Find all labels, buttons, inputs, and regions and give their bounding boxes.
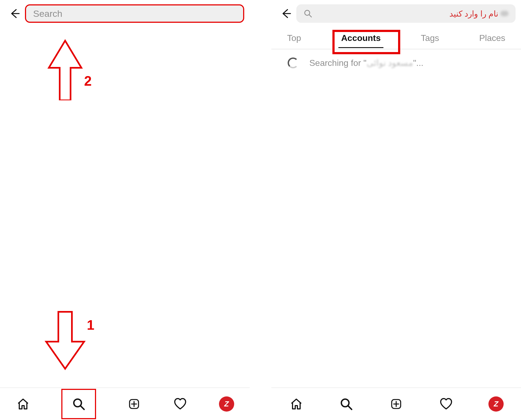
search-icon [72, 397, 85, 411]
annotation-arrow-up: 2 [41, 38, 90, 100]
heart-icon [440, 397, 453, 411]
back-button[interactable] [8, 7, 21, 20]
profile-badge-letter: Z [494, 400, 498, 408]
search-input[interactable]: Search [25, 4, 244, 23]
profile-badge-letter: Z [224, 400, 229, 408]
bottom-nav: Z [271, 387, 521, 420]
nav-activity[interactable] [172, 396, 188, 412]
searching-suffix: "... [413, 58, 423, 68]
nav-profile[interactable]: Z [218, 396, 235, 412]
phone-screen-right: نام را وارد کنید Top Accounts Tags Place… [271, 0, 521, 420]
add-post-icon [390, 398, 402, 410]
searching-text: Searching for "مسعود نوائی"... [309, 58, 424, 68]
home-icon [290, 397, 303, 411]
nav-home[interactable] [15, 396, 31, 412]
profile-badge-icon: Z [488, 396, 504, 412]
search-icon [303, 9, 313, 18]
annotation-arrow-down: 1 [38, 309, 92, 371]
searching-query-blurred: مسعود نوائی [367, 58, 413, 68]
profile-badge-icon: Z [219, 396, 234, 412]
heart-icon [174, 397, 187, 411]
nav-search-highlight [61, 389, 96, 419]
nav-search[interactable] [338, 396, 354, 412]
nav-add[interactable] [388, 396, 404, 412]
nav-home[interactable] [288, 396, 304, 412]
searching-row: Searching for "مسعود نوائی"... [271, 49, 521, 76]
add-post-icon [128, 398, 140, 410]
back-arrow-icon [9, 8, 21, 20]
search-row: نام را وارد کنید [271, 0, 521, 27]
search-placeholder: Search [33, 8, 62, 19]
search-input[interactable]: نام را وارد کنید [296, 4, 516, 23]
tab-places[interactable]: Places [474, 30, 510, 46]
searching-prefix: Searching for " [309, 58, 367, 68]
arrow-down-icon [38, 309, 92, 371]
search-placeholder-fa: نام را وارد کنید [449, 9, 498, 18]
nav-search[interactable] [71, 396, 87, 412]
bottom-nav: Z [0, 387, 250, 420]
tab-tags[interactable]: Tags [416, 30, 444, 46]
search-icon [340, 397, 353, 411]
blurred-text [500, 11, 509, 16]
tab-top[interactable]: Top [282, 30, 306, 46]
annotation-label-1: 1 [87, 317, 94, 333]
annotation-label-2: 2 [84, 73, 92, 89]
nav-activity[interactable] [438, 396, 454, 412]
spinner-icon [288, 57, 298, 68]
nav-add[interactable] [126, 396, 142, 412]
nav-profile[interactable]: Z [488, 396, 504, 412]
back-arrow-icon [280, 8, 292, 20]
phone-screen-left: Search 2 1 [0, 0, 250, 420]
arrow-up-icon [41, 38, 90, 100]
back-button[interactable] [279, 7, 293, 20]
search-row: Search [0, 0, 250, 27]
home-icon [17, 397, 30, 411]
search-tabs: Top Accounts Tags Places [271, 27, 521, 49]
tab-accounts[interactable]: Accounts [336, 30, 386, 46]
